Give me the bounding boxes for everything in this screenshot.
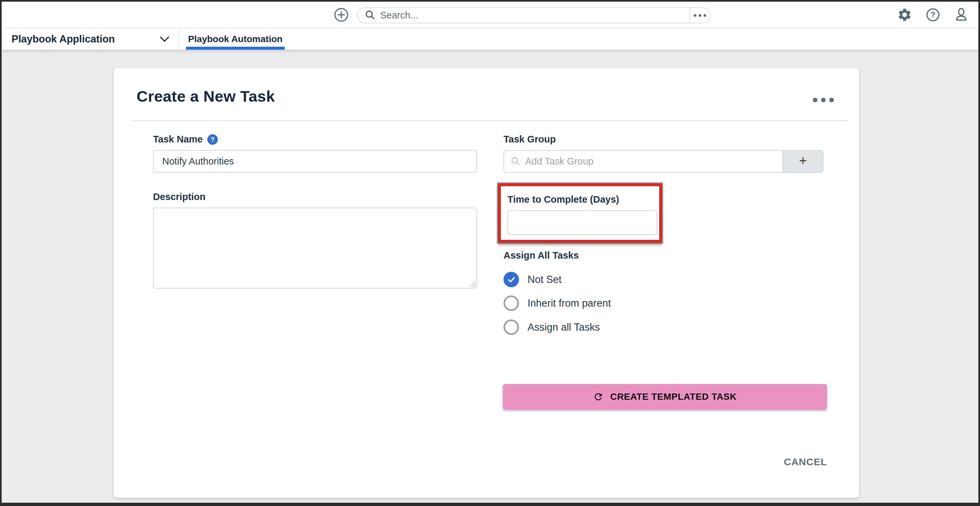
radio-option-not-set[interactable]: Not Set xyxy=(503,272,562,287)
global-search xyxy=(357,7,711,23)
nav-divider xyxy=(178,28,179,50)
help-icon[interactable]: ? xyxy=(925,7,941,23)
page-title: Create a New Task xyxy=(137,87,275,105)
active-tab-underline xyxy=(186,47,285,50)
chevron-down-icon xyxy=(160,36,169,43)
radio-unchecked-icon xyxy=(503,296,519,311)
time-to-complete-input[interactable] xyxy=(508,210,657,235)
search-icon xyxy=(365,10,375,21)
title-divider xyxy=(132,120,847,121)
task-group-search-icon xyxy=(511,156,520,167)
add-icon[interactable] xyxy=(333,7,349,23)
search-more-icon[interactable] xyxy=(689,8,710,23)
search-field-area[interactable] xyxy=(358,8,689,23)
tab-playbook-automation[interactable]: Playbook Automation xyxy=(186,28,285,50)
task-name-input[interactable] xyxy=(153,150,477,173)
radio-label: Assign all Tasks xyxy=(528,321,600,333)
radio-unchecked-icon xyxy=(503,320,519,335)
account-person-icon[interactable] xyxy=(953,7,969,23)
task-group-field: + xyxy=(503,150,823,173)
assign-all-tasks-label: Assign All Tasks xyxy=(503,250,579,261)
nav-bar: Playbook Application Playbook Automation xyxy=(2,28,978,50)
app-window: ? Playbook Application Playbook Automati xyxy=(0,0,980,506)
create-templated-task-button[interactable]: CREATE TEMPLATED TASK xyxy=(503,384,827,410)
app-selector-label: Playbook Application xyxy=(11,33,115,45)
radio-checked-icon xyxy=(503,272,519,287)
task-group-input-wrap xyxy=(503,150,783,173)
app-selector-dropdown[interactable]: Playbook Application xyxy=(11,28,125,50)
task-name-label-row: Task Name ? xyxy=(153,134,218,145)
top-bar-actions: ? xyxy=(897,2,969,28)
description-textarea[interactable] xyxy=(153,208,477,288)
task-name-label: Task Name xyxy=(153,134,203,145)
radio-label: Not Set xyxy=(528,274,562,286)
add-task-group-button[interactable]: + xyxy=(783,150,823,173)
settings-gear-icon[interactable] xyxy=(897,7,913,23)
radio-option-inherit-from-parent[interactable]: Inherit from parent xyxy=(503,296,611,311)
task-name-help-icon[interactable]: ? xyxy=(207,134,218,145)
task-group-input[interactable] xyxy=(525,156,783,167)
description-label: Description xyxy=(153,191,206,202)
annotation-highlight: Time to Complete (Days) xyxy=(498,183,662,243)
submit-button-label: CREATE TEMPLATED TASK xyxy=(610,391,737,402)
svg-text:?: ? xyxy=(931,10,935,19)
task-group-label: Task Group xyxy=(503,134,556,145)
refresh-icon xyxy=(593,391,603,402)
cancel-button[interactable]: CANCEL xyxy=(784,456,827,468)
create-task-card: Create a New Task Task Name ? Descriptio… xyxy=(113,68,859,498)
tab-label: Playbook Automation xyxy=(188,34,283,45)
radio-option-assign-all-tasks[interactable]: Assign all Tasks xyxy=(503,320,600,335)
card-overflow-menu-icon[interactable] xyxy=(810,95,837,105)
search-input[interactable] xyxy=(380,10,689,21)
top-bar: ? xyxy=(2,2,978,28)
radio-label: Inherit from parent xyxy=(528,298,611,309)
time-to-complete-label: Time to Complete (Days) xyxy=(508,194,652,205)
